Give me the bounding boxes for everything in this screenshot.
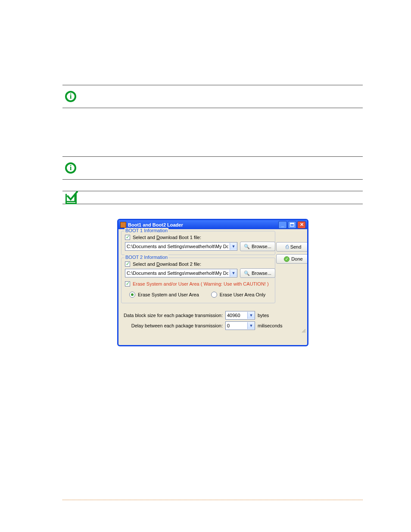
boot2-path-input[interactable] — [125, 270, 230, 277]
boot1-path-combo[interactable]: ▼ — [125, 242, 237, 251]
search-icon: 🔍 — [244, 244, 250, 249]
divider — [62, 156, 363, 157]
info-icon: i — [65, 162, 76, 174]
send-button[interactable]: ⎙ Send — [276, 242, 308, 252]
transmission-params: Data block size for each package transmi… — [121, 311, 305, 330]
done-label: Done — [291, 256, 302, 261]
delay-combo[interactable]: ▼ — [225, 321, 255, 330]
boot-loader-window: Boot1 and Boot2 Loader _ ✕ ⎙ Send ✓ Done — [117, 219, 308, 346]
done-button[interactable]: ✓ Done — [276, 254, 308, 264]
client-area: ⎙ Send ✓ Done BOOT 1 Information Select … — [118, 229, 307, 334]
erase-mode-group: Erase System and User Area Erase User Ar… — [125, 290, 271, 299]
boot2-checkbox-label: Select and Download Boot 2 file: — [133, 261, 201, 267]
boot2-path-combo[interactable]: ▼ — [125, 269, 237, 277]
boot2-download-checkbox[interactable] — [125, 261, 130, 267]
block-size-input[interactable] — [226, 312, 247, 319]
minimize-button[interactable]: _ — [278, 221, 287, 229]
boot1-group: BOOT 1 Information Select and Download B… — [121, 231, 275, 255]
erase-warning-label: Erase System and/or User Area ( Warning:… — [133, 281, 269, 286]
boot1-title: BOOT 1 Information — [125, 228, 168, 233]
block-size-label: Data block size for each package transmi… — [121, 313, 223, 318]
chevron-down-icon[interactable]: ▼ — [247, 312, 255, 319]
search-icon: 🔍 — [244, 271, 250, 276]
boot1-checkbox-label: Select and Download Boot 1 file: — [133, 235, 201, 240]
block-size-combo[interactable]: ▼ — [225, 311, 255, 320]
dotted-divider — [62, 500, 363, 500]
radio-both-label: Erase System and User Area — [138, 292, 199, 297]
page: i i Boot1 and Boot2 Loader _ ✕ ⎙ Send — [0, 0, 411, 532]
divider — [62, 179, 363, 180]
checkbox-icon — [65, 194, 77, 204]
info-icon: i — [65, 91, 76, 102]
erase-area-checkbox[interactable] — [125, 281, 130, 286]
window-title: Boot1 and Boot2 Loader — [128, 222, 277, 227]
send-icon: ⎙ — [286, 244, 289, 250]
delay-label: Delay between each package transmission: — [121, 323, 223, 328]
chevron-down-icon[interactable]: ▼ — [230, 270, 237, 277]
send-label: Send — [290, 244, 302, 249]
divider — [62, 108, 363, 108]
chevron-down-icon[interactable]: ▼ — [247, 322, 255, 329]
boot1-download-checkbox[interactable] — [125, 235, 130, 240]
close-button[interactable]: ✕ — [297, 221, 306, 229]
delay-unit: miliseconds — [258, 323, 282, 328]
chevron-down-icon[interactable]: ▼ — [230, 243, 237, 250]
radio-erase-both[interactable]: Erase System and User Area — [129, 292, 199, 298]
radio-icon — [129, 292, 135, 298]
boot1-browse-button[interactable]: 🔍 Browse... — [240, 242, 275, 251]
divider — [62, 204, 363, 204]
side-buttons: ⎙ Send ✓ Done — [276, 242, 303, 264]
boot2-browse-button[interactable]: 🔍 Browse... — [240, 268, 275, 278]
radio-erase-user-only[interactable]: Erase User Area Only — [211, 292, 265, 298]
radio-icon — [211, 292, 217, 298]
boot2-title: BOOT 2 Information — [125, 255, 168, 260]
boot1-path-input[interactable] — [125, 243, 230, 250]
boot2-group: BOOT 2 Information Select and Download B… — [121, 258, 275, 303]
svg-line-4 — [305, 332, 305, 333]
divider — [62, 85, 363, 85]
divider — [62, 191, 363, 191]
block-size-unit: bytes — [258, 313, 269, 318]
delay-input[interactable] — [226, 322, 247, 329]
maximize-button[interactable] — [288, 221, 296, 229]
radio-user-label: Erase User Area Only — [220, 292, 265, 297]
check-icon: ✓ — [284, 256, 290, 262]
boot2-browse-label: Browse... — [252, 271, 271, 276]
app-icon — [120, 222, 126, 228]
boot1-browse-label: Browse... — [252, 244, 271, 249]
